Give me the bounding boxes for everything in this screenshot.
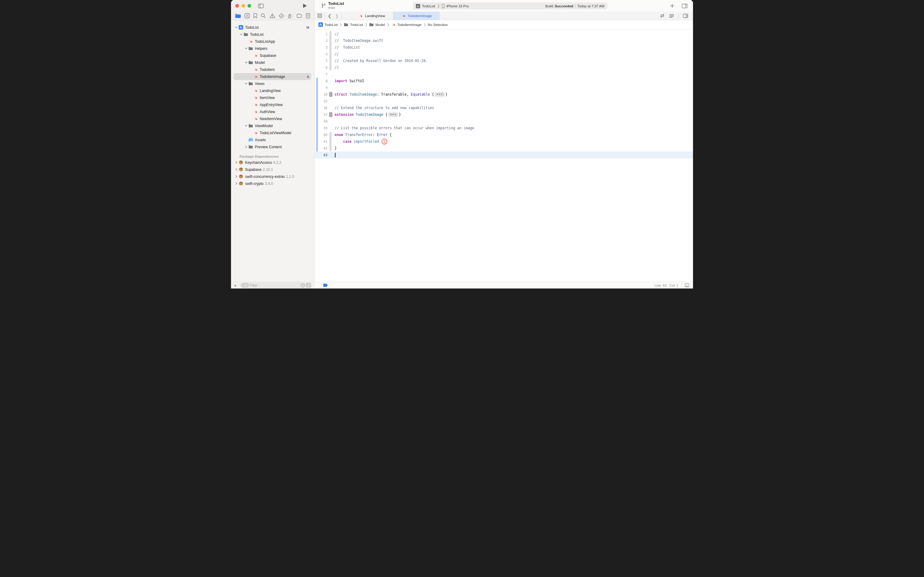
code-line-1[interactable]: 1// — [315, 31, 693, 37]
add-editor-tab-icon[interactable] — [670, 4, 674, 8]
fold-handle-icon[interactable]: › — [329, 112, 332, 117]
fold-ribbon[interactable] — [329, 98, 333, 105]
inspector-toggle-icon[interactable] — [682, 4, 687, 8]
code-line-63[interactable]: 63 — [315, 152, 693, 158]
file-tree-row-TodoListApp[interactable]: TodoListApp — [231, 38, 314, 45]
project-navigator-icon[interactable] — [235, 13, 241, 18]
code-line-4[interactable]: 4// — [315, 51, 693, 58]
code-line-37[interactable]: 37›extension TodoItemImage {•••} — [315, 111, 693, 118]
fold-ribbon[interactable] — [329, 77, 333, 84]
go-forward-icon[interactable]: ❯ — [335, 13, 340, 18]
file-tree-row-LandingView[interactable]: LandingView — [231, 87, 314, 94]
breakpoints-icon[interactable] — [297, 14, 303, 18]
disclosure-chevron-icon[interactable] — [244, 47, 248, 50]
fold-region-bar[interactable] — [329, 132, 332, 151]
disclosure-chevron-icon[interactable] — [234, 175, 238, 178]
breadcrumb-item[interactable]: Model — [369, 23, 385, 27]
breadcrumb-item[interactable]: TodoItemImage — [391, 22, 421, 27]
fold-ribbon[interactable] — [329, 105, 333, 111]
code-line-60[interactable]: 60enum TransferError: Error { — [315, 131, 693, 138]
code-review-icon[interactable] — [660, 14, 665, 18]
file-tree-row-TodoItemImage[interactable]: TodoItemImageA — [231, 73, 314, 80]
disclosure-chevron-icon[interactable] — [234, 26, 238, 29]
disclosure-chevron-icon[interactable] — [234, 168, 238, 171]
code-line-6[interactable]: 6// — [315, 64, 693, 71]
filter-input[interactable]: Filter — [250, 284, 299, 287]
file-tree-row-ViewModel[interactable]: ViewModel — [231, 122, 314, 129]
package-row-Supabase[interactable]: Supabase2.10.1 — [231, 166, 314, 173]
code-line-3[interactable]: 3// TodoList — [315, 44, 693, 51]
file-tree-row-AuthView[interactable]: AuthView — [231, 108, 314, 115]
file-tree-row-TodoListViewModel[interactable]: TodoListViewModel — [231, 129, 314, 136]
code-line-10[interactable]: 10›struct TodoItemImage: Transferable, E… — [315, 91, 693, 98]
file-tree-row-NewItemView[interactable]: NewItemView — [231, 115, 314, 122]
breakpoint-icon[interactable] — [323, 284, 328, 287]
fold-ribbon[interactable] — [329, 118, 333, 125]
package-row-swift-concurrency-extras[interactable]: swift-concurrency-extras1.1.0 — [231, 173, 314, 180]
file-tree-row-TodoItem[interactable]: TodoItem — [231, 66, 314, 73]
breadcrumb-item[interactable]: TodoList — [344, 23, 363, 27]
file-tree-row-Views[interactable]: Views — [231, 80, 314, 87]
fold-ribbon[interactable] — [329, 84, 333, 91]
tab-LandingView[interactable]: LandingView — [351, 11, 393, 20]
breadcrumb-item[interactable]: No Selection — [428, 23, 448, 27]
source-editor[interactable]: 1//2// TodoItemImage.swift3// TodoList4/… — [315, 29, 693, 282]
fold-handle-icon[interactable]: › — [329, 92, 332, 97]
file-tree-row-AppEntryView[interactable]: AppEntryView — [231, 101, 314, 108]
close-window-button[interactable] — [235, 4, 239, 8]
file-tree-row-TodoList[interactable]: TodoListM — [231, 24, 314, 31]
code-line-2[interactable]: 2// TodoItemImage.swift — [315, 37, 693, 44]
device-preview-icon[interactable] — [685, 283, 689, 287]
code-line-8[interactable]: 8import SwiftUI — [315, 77, 693, 84]
disclosure-chevron-icon[interactable] — [234, 182, 238, 185]
code-line-59[interactable]: 59// List the possible errors that can o… — [315, 125, 693, 131]
minimize-window-button[interactable] — [241, 4, 245, 8]
bookmarks-icon[interactable] — [253, 13, 257, 18]
navigator-toggle-icon[interactable] — [258, 4, 264, 8]
go-back-icon[interactable]: ❮ — [327, 13, 332, 18]
fold-region-bar[interactable] — [329, 31, 332, 70]
file-tree-row-Helpers[interactable]: Helpers — [231, 45, 314, 52]
disclosure-chevron-icon[interactable] — [234, 161, 238, 164]
file-tree-row-Supabase[interactable]: Supabase — [231, 52, 314, 59]
col-indicator[interactable]: Col: 1 — [670, 284, 678, 287]
scheme-selector[interactable]: A TodoList ❯ iPhone 15 Pro — [416, 4, 469, 8]
file-tree-row-Preview Content[interactable]: Preview Content — [231, 143, 314, 150]
find-icon[interactable] — [261, 13, 266, 18]
line-indicator[interactable]: Line: 63 — [655, 284, 666, 287]
code-line-58[interactable]: 58 — [315, 118, 693, 125]
fold-ribbon[interactable] — [329, 152, 333, 158]
package-row-swift-crypto[interactable]: swift-crypto3.4.0 — [231, 180, 314, 187]
fold-ribbon[interactable]: › — [329, 91, 333, 98]
debug-icon[interactable] — [288, 13, 293, 19]
file-tree-row-Assets[interactable]: Assets — [231, 136, 314, 143]
fold-ribbon[interactable] — [329, 125, 333, 131]
breadcrumb-item[interactable]: TodoList — [319, 22, 338, 27]
recent-files-icon[interactable] — [301, 283, 305, 288]
fold-ribbon[interactable] — [329, 71, 333, 77]
disclosure-chevron-icon[interactable] — [244, 61, 248, 64]
tab-overview-icon[interactable] — [317, 13, 322, 18]
adjust-editor-options-icon[interactable] — [669, 14, 674, 18]
tests-icon[interactable] — [278, 13, 284, 19]
disclosure-chevron-icon[interactable] — [244, 124, 248, 127]
filter-options-icon[interactable] — [242, 283, 249, 287]
issues-icon[interactable] — [269, 13, 275, 18]
code-line-62[interactable]: 62} — [315, 145, 693, 152]
code-line-9[interactable]: 9 — [315, 84, 693, 91]
file-tree-row-TodoList[interactable]: TodoList — [231, 31, 314, 38]
code-line-61[interactable]: 61 case importFailed1 — [315, 138, 693, 145]
fold-ribbon[interactable]: › — [329, 111, 333, 118]
disclosure-chevron-icon[interactable] — [239, 33, 243, 36]
code-line-35[interactable]: 35 — [315, 98, 693, 105]
file-tree-row-ItemView[interactable]: ItemView — [231, 94, 314, 101]
code-line-7[interactable]: 7 — [315, 71, 693, 77]
source-control-filter-icon[interactable] — [306, 283, 311, 287]
filter-field[interactable]: Filter — [240, 283, 312, 288]
scheme-status-bar[interactable]: A TodoList ❯ iPhone 15 Pro Build Succeed… — [413, 2, 607, 10]
package-row-KeychainAccess[interactable]: KeychainAccess4.2.2 — [231, 159, 314, 166]
disclosure-chevron-icon[interactable] — [244, 145, 248, 148]
reports-icon[interactable] — [306, 13, 310, 18]
add-file-button[interactable]: + — [233, 283, 238, 288]
code-line-5[interactable]: 5// Created by Russell Gordon on 2024-05… — [315, 58, 693, 64]
